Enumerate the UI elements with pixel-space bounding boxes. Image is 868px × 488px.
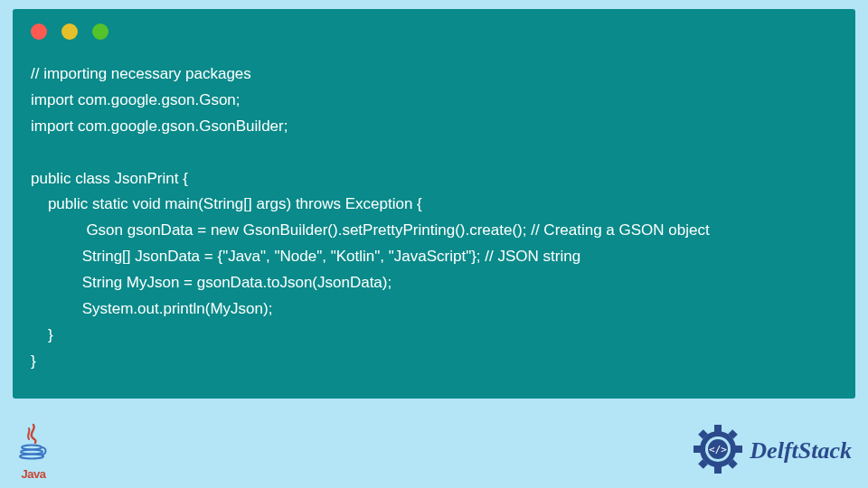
window-close-icon bbox=[31, 23, 47, 40]
java-label: Java bbox=[22, 467, 46, 481]
code-block: // importing necessary packages import c… bbox=[31, 61, 837, 375]
footer: Java bbox=[13, 399, 855, 481]
window-zoom-icon bbox=[92, 23, 108, 40]
brand-gear-icon: </> bbox=[690, 421, 746, 481]
svg-line-13 bbox=[731, 462, 735, 466]
traffic-lights bbox=[31, 23, 837, 40]
window-minimize-icon bbox=[61, 23, 78, 40]
java-logo: Java bbox=[16, 423, 51, 481]
svg-line-11 bbox=[731, 432, 735, 436]
svg-point-2 bbox=[20, 455, 43, 459]
java-cup-icon bbox=[16, 423, 51, 467]
code-window: // importing necessary packages import c… bbox=[13, 9, 855, 399]
svg-text:</>: </> bbox=[709, 444, 727, 455]
brand-name: DelftStack bbox=[750, 437, 852, 465]
brand-logo: </> DelftStack bbox=[690, 421, 852, 481]
svg-line-10 bbox=[701, 432, 705, 436]
svg-line-12 bbox=[701, 462, 705, 466]
